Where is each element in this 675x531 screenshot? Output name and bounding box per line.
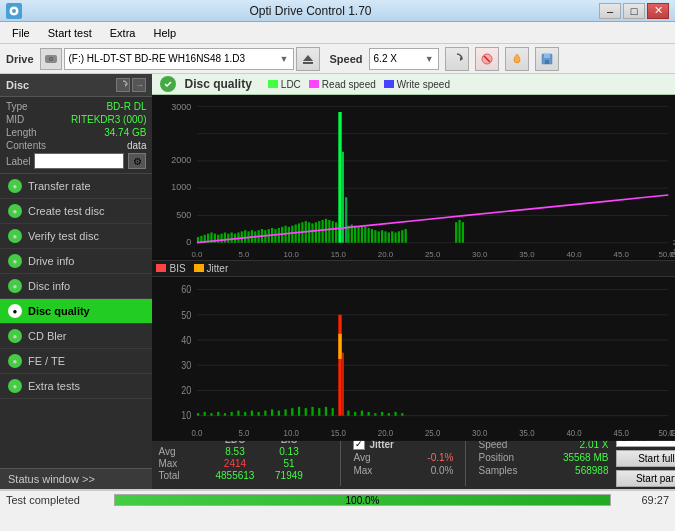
stats-avg-bis: 0.13: [266, 446, 311, 457]
disc-type-val: BD-R DL: [106, 101, 146, 112]
svg-text:45.0: 45.0: [614, 251, 630, 260]
svg-rect-82: [315, 222, 317, 242]
svg-rect-56: [228, 234, 230, 243]
drive-icon: [40, 48, 62, 70]
sidebar-item-cd-bler[interactable]: ● CD Bler: [0, 324, 152, 349]
bis-legend: BIS Jitter: [152, 261, 675, 277]
menu-start-test[interactable]: Start test: [40, 25, 100, 41]
menu-extra[interactable]: Extra: [102, 25, 144, 41]
svg-rect-153: [258, 412, 260, 416]
svg-text:500: 500: [177, 210, 192, 220]
burn-button[interactable]: [505, 47, 529, 71]
ldc-chart-svg: 3000 2000 1000 500 0 8X 7X 6X 5X 4X 3X 2…: [152, 95, 675, 260]
disc-header: Disc →: [0, 74, 152, 97]
svg-rect-166: [342, 353, 344, 416]
legend-bis: BIS: [156, 263, 185, 274]
disc-contents-val: data: [127, 140, 146, 151]
svg-text:40.0: 40.0: [567, 427, 583, 438]
window-title: Opti Drive Control 1.70: [22, 4, 599, 18]
svg-rect-53: [218, 235, 220, 243]
legend-write-speed-label: Write speed: [397, 79, 450, 90]
speed-label: Speed: [330, 53, 363, 65]
menu-help[interactable]: Help: [145, 25, 184, 41]
svg-rect-97: [365, 227, 367, 243]
drive-selector[interactable]: (F:) HL-DT-ST BD-RE WH16NS48 1.D3 ▼: [64, 48, 294, 70]
drive-bar: Drive (F:) HL-DT-ST BD-RE WH16NS48 1.D3 …: [0, 44, 675, 74]
svg-rect-101: [378, 232, 380, 243]
refresh-button[interactable]: [445, 47, 469, 71]
sidebar-item-disc-info[interactable]: ● Disc info: [0, 274, 152, 299]
svg-rect-75: [292, 226, 294, 243]
svg-rect-80: [308, 222, 310, 242]
jitter-avg-row: Avg -0.1%: [353, 452, 453, 463]
sidebar-item-drive-info-label: Drive info: [28, 255, 74, 267]
disc-header-title: Disc: [6, 79, 29, 91]
svg-point-1: [12, 9, 16, 13]
sidebar-item-disc-info-label: Disc info: [28, 280, 70, 292]
sidebar-item-disc-quality[interactable]: ● Disc quality: [0, 299, 152, 324]
legend-write-speed-color: [384, 80, 394, 88]
speed-selector[interactable]: 6.2 X ▼: [369, 48, 439, 70]
svg-rect-149: [231, 412, 233, 416]
close-button[interactable]: ✕: [647, 3, 669, 19]
svg-rect-74: [288, 227, 290, 243]
sidebar-item-verify-test-disc[interactable]: ● Verify test disc: [0, 224, 152, 249]
svg-rect-12: [545, 60, 549, 64]
sidebar-item-fe-te[interactable]: ● FE / TE: [0, 349, 152, 374]
sidebar-item-create-test-disc[interactable]: ● Create test disc: [0, 199, 152, 224]
drive-selector-text: (F:) HL-DT-ST BD-RE WH16NS48 1.D3: [69, 53, 278, 64]
svg-rect-144: [197, 413, 199, 416]
svg-rect-111: [459, 220, 461, 243]
menu-file[interactable]: File: [4, 25, 38, 41]
svg-rect-172: [375, 413, 377, 416]
disc-quality-icon: ●: [8, 304, 22, 318]
svg-text:20.0: 20.0: [378, 427, 394, 438]
disc-label-input[interactable]: [34, 153, 124, 169]
minimize-button[interactable]: –: [599, 3, 621, 19]
start-part-button[interactable]: Start part: [616, 470, 675, 487]
disc-quality-title: Disc quality: [184, 77, 251, 91]
svg-text:GB: GB: [671, 251, 675, 260]
sidebar-item-extra-tests-label: Extra tests: [28, 380, 80, 392]
progress-bar: 100.0%: [114, 494, 611, 506]
svg-rect-170: [361, 411, 363, 416]
save-button[interactable]: [535, 47, 559, 71]
disc-gear-button[interactable]: ⚙: [128, 153, 146, 169]
svg-rect-167: [339, 334, 342, 359]
svg-rect-61: [245, 230, 247, 242]
svg-rect-163: [325, 407, 327, 416]
bis-legend-color: [156, 264, 166, 272]
jitter-max-label: Max: [353, 465, 372, 476]
fe-te-icon: ●: [8, 354, 22, 368]
erase-button[interactable]: [475, 47, 499, 71]
bis-legend-label: BIS: [169, 263, 185, 274]
disc-info: Type BD-R DL MID RITEKDR3 (000) Length 3…: [0, 97, 152, 174]
sidebar-item-extra-tests[interactable]: ● Extra tests: [0, 374, 152, 399]
svg-rect-147: [218, 412, 220, 416]
sidebar-item-transfer-rate[interactable]: ● Transfer rate: [0, 174, 152, 199]
eject-button[interactable]: [296, 47, 320, 71]
svg-rect-159: [298, 407, 300, 416]
svg-rect-150: [238, 411, 240, 416]
disc-refresh-button[interactable]: [116, 78, 130, 92]
sidebar: Disc → Type BD-R DL MID RITEKDR3 (000): [0, 74, 152, 489]
disc-mid-row: MID RITEKDR3 (000): [6, 114, 146, 125]
legend-read-speed-color: [309, 80, 319, 88]
svg-text:20: 20: [182, 385, 192, 397]
maximize-button[interactable]: □: [623, 3, 645, 19]
svg-text:25.0: 25.0: [425, 427, 441, 438]
status-text: Test completed: [6, 494, 106, 506]
bis-chart-svg: 60 50 40 30 20 10 10% 8% 6% 4% 2% 0% 0.0…: [152, 277, 675, 441]
svg-rect-54: [221, 234, 223, 243]
svg-rect-171: [368, 412, 370, 416]
sidebar-item-drive-info[interactable]: ● Drive info: [0, 249, 152, 274]
legend-ldc-color: [268, 80, 278, 88]
start-full-button[interactable]: Start full: [616, 450, 675, 467]
svg-rect-164: [332, 408, 334, 416]
svg-text:0.0: 0.0: [192, 251, 204, 260]
disc-arrow-button[interactable]: →: [132, 78, 146, 92]
svg-rect-160: [305, 408, 307, 416]
disc-length-row: Length 34.74 GB: [6, 127, 146, 138]
status-window-button[interactable]: Status window >>: [0, 468, 152, 489]
stats-max-label: Max: [158, 458, 203, 469]
